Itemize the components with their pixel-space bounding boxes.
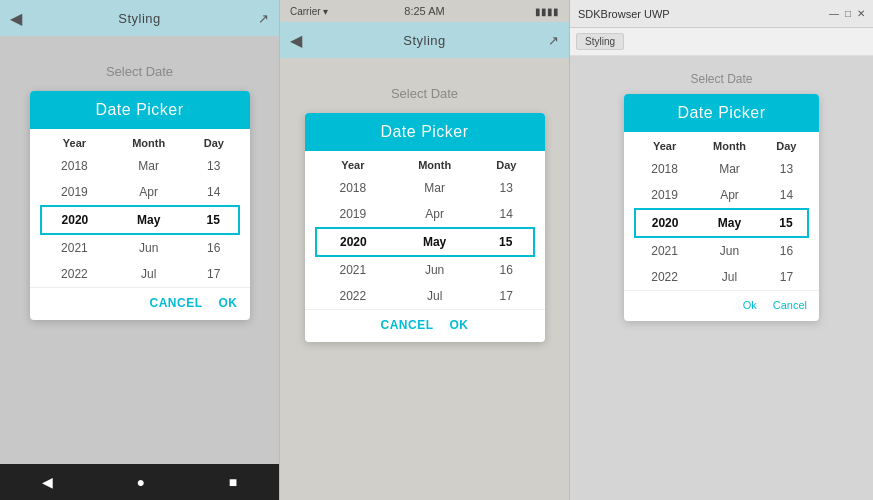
time-label: 8:25 AM xyxy=(404,5,444,17)
year-cell: 2020 xyxy=(316,228,391,256)
table-row[interactable]: 2021 Jun 16 xyxy=(316,256,534,283)
date-picker-table: Year Month Day 2018 Mar 13 2019 xyxy=(634,132,809,290)
year-cell: 2019 xyxy=(316,201,391,228)
month-cell: Jul xyxy=(390,283,479,309)
back-icon[interactable]: ◀ xyxy=(290,31,302,50)
year-cell: 2022 xyxy=(316,283,391,309)
month-cell: Jun xyxy=(108,234,189,261)
year-cell: 2018 xyxy=(316,175,391,201)
year-cell: 2020 xyxy=(41,206,109,234)
uwp-titlebar: SDKBrowser UWP — □ ✕ xyxy=(570,0,873,28)
date-picker-header: Date Picker xyxy=(305,113,545,151)
year-cell: 2020 xyxy=(635,209,694,237)
year-cell: 2018 xyxy=(41,153,109,179)
table-row[interactable]: 2018 Mar 13 xyxy=(635,156,808,182)
table-row-selected[interactable]: 2020 May 15 xyxy=(41,206,239,234)
table-row-selected[interactable]: 2020 May 15 xyxy=(635,209,808,237)
cancel-button[interactable]: Cancel xyxy=(773,299,807,311)
year-cell: 2019 xyxy=(635,182,694,209)
cancel-button[interactable]: Cancel xyxy=(381,318,434,332)
share-icon[interactable]: ↗ xyxy=(258,11,269,26)
day-cell: 17 xyxy=(765,264,808,290)
col-day: Day xyxy=(189,129,238,153)
col-month: Month xyxy=(694,132,765,156)
month-cell: Mar xyxy=(694,156,765,182)
date-picker-table: Year Month Day 2018 Mar 13 2019 Apr 14 xyxy=(315,151,535,309)
date-picker-header: Date Picker xyxy=(30,91,250,129)
nav-home-icon[interactable]: ● xyxy=(137,474,145,490)
year-cell: 2021 xyxy=(635,237,694,264)
day-cell: 13 xyxy=(189,153,238,179)
day-cell: 14 xyxy=(765,182,808,209)
table-row-selected[interactable]: 2020 May 15 xyxy=(316,228,534,256)
date-picker-table: Year Month Day 2018 Mar 13 2019 Apr 14 xyxy=(40,129,240,287)
maximize-icon[interactable]: □ xyxy=(845,8,851,19)
day-cell: 13 xyxy=(479,175,533,201)
cancel-button[interactable]: CANCEL xyxy=(150,296,203,310)
styling-tab[interactable]: Styling xyxy=(576,33,624,50)
month-cell: May xyxy=(108,206,189,234)
ok-button[interactable]: Ok xyxy=(743,299,757,311)
table-row[interactable]: 2019 Apr 14 xyxy=(41,179,239,206)
select-date-label: Select Date xyxy=(391,86,458,101)
panel-android: ◀ Styling ↗ Select Date Date Picker Year… xyxy=(0,0,280,500)
ok-button[interactable]: OK xyxy=(219,296,238,310)
close-icon[interactable]: ✕ xyxy=(857,8,865,19)
nav-back-icon[interactable]: ◀ xyxy=(42,474,53,490)
android-nav-bar: ◀ ● ■ xyxy=(0,464,279,500)
table-row[interactable]: 2021 Jun 16 xyxy=(41,234,239,261)
back-icon[interactable]: ◀ xyxy=(10,9,22,28)
year-cell: 2019 xyxy=(41,179,109,206)
month-cell: Apr xyxy=(694,182,765,209)
year-cell: 2022 xyxy=(41,261,109,287)
select-date-label: Select Date xyxy=(690,72,752,86)
nav-recent-icon[interactable]: ■ xyxy=(229,474,237,490)
date-picker-card: Date Picker Year Month Day 2018 Mar 13 xyxy=(305,113,545,342)
col-year: Year xyxy=(41,129,109,153)
android-topbar: ◀ Styling ↗ xyxy=(0,0,279,36)
date-picker-buttons: CANCEL OK xyxy=(30,287,250,320)
month-cell: Jun xyxy=(390,256,479,283)
day-cell: 17 xyxy=(479,283,533,309)
carrier-label: Carrier ▾ xyxy=(290,6,328,17)
month-cell: Mar xyxy=(390,175,479,201)
date-picker-card: Date Picker Year Month Day 2018 Mar xyxy=(624,94,819,321)
date-picker-buttons: Cancel Ok xyxy=(305,309,545,342)
year-cell: 2021 xyxy=(316,256,391,283)
window-controls: — □ ✕ xyxy=(829,8,865,19)
ok-button[interactable]: Ok xyxy=(450,318,469,332)
month-cell: Apr xyxy=(390,201,479,228)
month-cell: Jul xyxy=(694,264,765,290)
table-row[interactable]: 2022 Jul 17 xyxy=(635,264,808,290)
day-cell: 16 xyxy=(765,237,808,264)
topbar-title: Styling xyxy=(118,11,161,26)
table-row[interactable]: 2021 Jun 16 xyxy=(635,237,808,264)
share-icon[interactable]: ↗ xyxy=(548,33,559,48)
select-date-label: Select Date xyxy=(106,64,173,79)
month-cell: Apr xyxy=(108,179,189,206)
table-row[interactable]: 2022 Jul 17 xyxy=(41,261,239,287)
panel-ios: Carrier ▾ 8:25 AM ▮▮▮▮ ◀ Styling ↗ Selec… xyxy=(280,0,570,500)
window-title: SDKBrowser UWP xyxy=(578,8,670,20)
col-month: Month xyxy=(108,129,189,153)
day-cell: 15 xyxy=(479,228,533,256)
table-row[interactable]: 2019 Apr 14 xyxy=(316,201,534,228)
minimize-icon[interactable]: — xyxy=(829,8,839,19)
month-cell: May xyxy=(390,228,479,256)
table-row[interactable]: 2019 Apr 14 xyxy=(635,182,808,209)
day-cell: 14 xyxy=(479,201,533,228)
month-cell: May xyxy=(694,209,765,237)
day-cell: 15 xyxy=(765,209,808,237)
col-month: Month xyxy=(390,151,479,175)
year-cell: 2021 xyxy=(41,234,109,261)
topbar-title: Styling xyxy=(403,33,446,48)
day-cell: 13 xyxy=(765,156,808,182)
table-row[interactable]: 2018 Mar 13 xyxy=(316,175,534,201)
date-picker-card: Date Picker Year Month Day 2018 Mar 13 xyxy=(30,91,250,320)
table-row[interactable]: 2018 Mar 13 xyxy=(41,153,239,179)
col-year: Year xyxy=(635,132,694,156)
date-picker-header: Date Picker xyxy=(624,94,819,132)
table-row[interactable]: 2022 Jul 17 xyxy=(316,283,534,309)
year-cell: 2022 xyxy=(635,264,694,290)
month-cell: Jun xyxy=(694,237,765,264)
